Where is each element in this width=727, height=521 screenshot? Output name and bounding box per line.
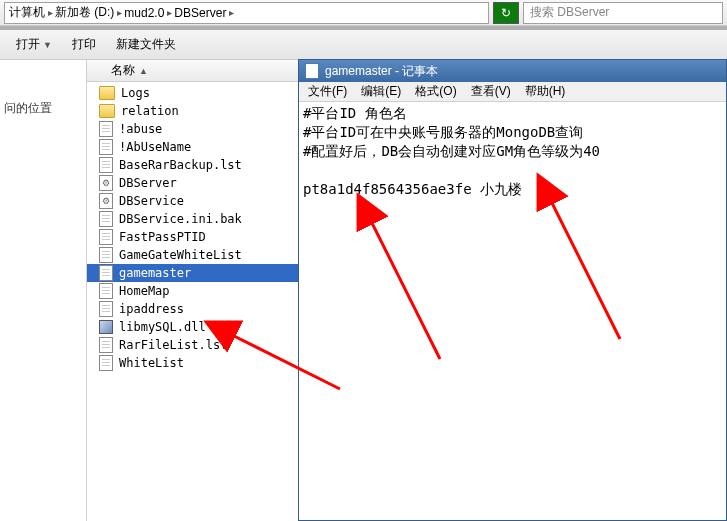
file-icon (99, 211, 113, 227)
open-button[interactable]: 打开 ▼ (8, 33, 60, 56)
file-name-label: HomeMap (119, 284, 170, 298)
notepad-textarea[interactable]: #平台ID 角色名 #平台ID可在中央账号服务器的MongoDB查询 #配置好后… (299, 102, 726, 520)
search-placeholder: 搜索 DBServer (530, 4, 609, 21)
file-name-label: WhiteList (119, 356, 184, 370)
location-label: 问的位置 (0, 60, 86, 125)
breadcrumb-item[interactable]: 计算机 (9, 4, 45, 21)
file-name-label: DBServer (119, 176, 177, 190)
toolbar: 打开 ▼ 打印 新建文件夹 (0, 30, 727, 60)
file-name-label: libmySQL.dll (119, 320, 206, 334)
notepad-icon (305, 63, 319, 79)
file-icon (99, 157, 113, 173)
notepad-menubar: 文件(F) 编辑(E) 格式(O) 查看(V) 帮助(H) (299, 82, 726, 102)
file-name-label: BaseRarBackup.lst (119, 158, 242, 172)
notepad-title: gamemaster - 记事本 (325, 63, 438, 80)
search-input[interactable]: 搜索 DBServer (523, 2, 723, 24)
file-name-label: GameGateWhiteList (119, 248, 242, 262)
file-name-label: !AbUseName (119, 140, 191, 154)
refresh-button[interactable]: ↻ (493, 2, 519, 24)
file-name-label: RarFileList.lst (119, 338, 227, 352)
navigation-pane[interactable]: 问的位置 (0, 60, 87, 521)
menu-format[interactable]: 格式(O) (410, 81, 461, 102)
folder-icon (99, 86, 115, 100)
file-name-label: DBService (119, 194, 184, 208)
address-bar: 计算机▸ 新加卷 (D:)▸ mud2.0▸ DBServer▸ ↻ 搜索 DB… (0, 0, 727, 26)
file-icon (99, 229, 113, 245)
chevron-right-icon: ▸ (117, 7, 122, 18)
refresh-icon: ↻ (501, 6, 511, 20)
file-icon (99, 355, 113, 371)
column-name-label: 名称 (111, 62, 135, 79)
dll-icon (99, 320, 113, 334)
breadcrumb[interactable]: 计算机▸ 新加卷 (D:)▸ mud2.0▸ DBServer▸ (4, 2, 489, 24)
file-name-label: FastPassPTID (119, 230, 206, 244)
file-icon (99, 139, 113, 155)
breadcrumb-item[interactable]: 新加卷 (D:) (55, 4, 114, 21)
notepad-titlebar[interactable]: gamemaster - 记事本 (299, 60, 726, 82)
chevron-down-icon: ▼ (43, 40, 52, 50)
config-icon (99, 175, 113, 191)
file-icon (99, 283, 113, 299)
menu-help[interactable]: 帮助(H) (520, 81, 571, 102)
chevron-right-icon: ▸ (167, 7, 172, 18)
new-folder-button[interactable]: 新建文件夹 (108, 33, 184, 56)
file-icon (99, 337, 113, 353)
file-icon (99, 247, 113, 263)
file-icon (99, 121, 113, 137)
file-name-label: DBService.ini.bak (119, 212, 242, 226)
file-icon (99, 301, 113, 317)
chevron-right-icon: ▸ (229, 7, 234, 18)
print-button[interactable]: 打印 (64, 33, 104, 56)
menu-file[interactable]: 文件(F) (303, 81, 352, 102)
menu-view[interactable]: 查看(V) (466, 81, 516, 102)
file-name-label: relation (121, 104, 179, 118)
chevron-right-icon: ▸ (48, 7, 53, 18)
file-name-label: gamemaster (119, 266, 191, 280)
config-icon (99, 193, 113, 209)
file-name-label: ipaddress (119, 302, 184, 316)
breadcrumb-item[interactable]: mud2.0 (124, 6, 164, 20)
folder-icon (99, 104, 115, 118)
breadcrumb-item[interactable]: DBServer (174, 6, 226, 20)
menu-edit[interactable]: 编辑(E) (356, 81, 406, 102)
file-name-label: Logs (121, 86, 150, 100)
file-name-label: !abuse (119, 122, 162, 136)
file-icon (99, 265, 113, 281)
notepad-window: gamemaster - 记事本 文件(F) 编辑(E) 格式(O) 查看(V)… (298, 59, 727, 521)
sort-asc-icon: ▲ (139, 66, 148, 76)
